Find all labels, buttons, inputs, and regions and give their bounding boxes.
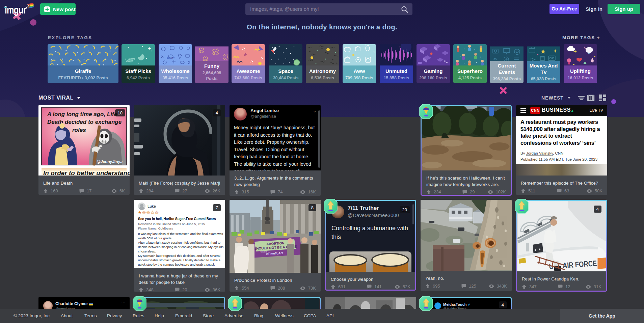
svg-text:In order to better understand: In order to better understand (43, 169, 130, 176)
svg-text:BE HAPPY: BE HAPPY (167, 57, 175, 59)
svg-text:@JennyJinya: @JennyJinya (97, 159, 123, 164)
svg-text:roles: roles (72, 127, 86, 133)
svg-text:A long long time ago, Life: A long long time ago, Life (47, 111, 117, 117)
svg-text:Death decided to exchange: Death decided to exchange (47, 119, 122, 125)
svg-text:Fawcett: Fawcett (260, 251, 267, 253)
